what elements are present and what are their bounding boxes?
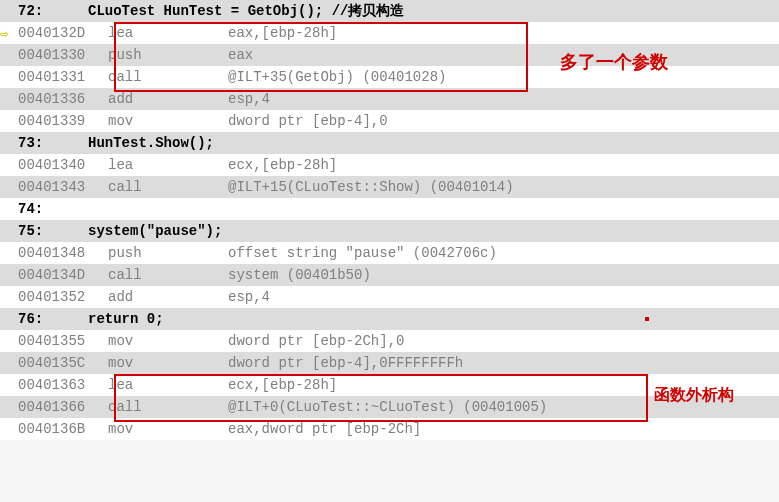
- operands: dword ptr [ebp-4],0FFFFFFFFh: [228, 355, 463, 371]
- asm-line: 0040135Cmovdword ptr [ebp-4],0FFFFFFFFh: [0, 352, 779, 374]
- mnemonic: call: [108, 267, 228, 283]
- asm-line: 00401336addesp,4: [0, 88, 779, 110]
- asm-line: 00401339movdword ptr [ebp-4],0: [0, 110, 779, 132]
- operands: eax: [228, 47, 253, 63]
- mnemonic: lea: [108, 377, 228, 393]
- annotation-text: 函数外析构: [654, 385, 734, 406]
- asm-line: 00401352addesp,4: [0, 286, 779, 308]
- asm-line: 0040136Bmoveax,dword ptr [ebp-2Ch]: [0, 418, 779, 440]
- mnemonic: call: [108, 69, 228, 85]
- marker-dot-icon: [645, 317, 649, 321]
- address: 00401355: [18, 333, 108, 349]
- source-line: 73:HunTest.Show();: [0, 132, 779, 154]
- address: 00401352: [18, 289, 108, 305]
- operands: eax,[ebp-28h]: [228, 25, 337, 41]
- source-line: 76:return 0;: [0, 308, 779, 330]
- mnemonic: call: [108, 179, 228, 195]
- address: 00401339: [18, 113, 108, 129]
- address: 00401366: [18, 399, 108, 415]
- operands: esp,4: [228, 289, 270, 305]
- operands: offset string "pause" (0042706c): [228, 245, 497, 261]
- mnemonic: add: [108, 91, 228, 107]
- source-code: return 0;: [88, 311, 164, 327]
- operands: esp,4: [228, 91, 270, 107]
- address: 00401363: [18, 377, 108, 393]
- mnemonic: add: [108, 289, 228, 305]
- mnemonic: mov: [108, 113, 228, 129]
- line-number: 72:: [18, 3, 88, 19]
- address: 0040136B: [18, 421, 108, 437]
- current-line-arrow-icon: ⇨: [0, 26, 8, 42]
- line-number: 73:: [18, 135, 88, 151]
- source-code: HunTest.Show();: [88, 135, 214, 151]
- source-line: 72:CLuoTest HunTest = GetObj(); //拷贝构造: [0, 0, 779, 22]
- address: 00401343: [18, 179, 108, 195]
- mnemonic: lea: [108, 25, 228, 41]
- operands: @ILT+0(CLuoTest::~CLuoTest) (00401005): [228, 399, 547, 415]
- asm-line: 00401348pushoffset string "pause" (00427…: [0, 242, 779, 264]
- mnemonic: push: [108, 245, 228, 261]
- line-number: 75:: [18, 223, 88, 239]
- mnemonic: mov: [108, 355, 228, 371]
- operands: dword ptr [ebp-2Ch],0: [228, 333, 404, 349]
- mnemonic: push: [108, 47, 228, 63]
- asm-line: 00401340leaecx,[ebp-28h]: [0, 154, 779, 176]
- mnemonic: lea: [108, 157, 228, 173]
- annotation-text: 多了一个参数: [560, 50, 668, 74]
- address: 00401348: [18, 245, 108, 261]
- address: 0040135C: [18, 355, 108, 371]
- source-code: system("pause");: [88, 223, 222, 239]
- source-code: CLuoTest HunTest = GetObj(); //拷贝构造: [88, 2, 404, 20]
- operands: system (00401b50): [228, 267, 371, 283]
- operands: @ILT+15(CLuoTest::Show) (00401014): [228, 179, 514, 195]
- asm-line: 00401343call@ILT+15(CLuoTest::Show) (004…: [0, 176, 779, 198]
- mnemonic: mov: [108, 421, 228, 437]
- address: 00401331: [18, 69, 108, 85]
- gutter: ⇨: [0, 25, 18, 42]
- address: 00401340: [18, 157, 108, 173]
- line-number: 74:: [18, 201, 88, 217]
- address: 00401330: [18, 47, 108, 63]
- source-line: 74:: [0, 198, 779, 220]
- operands: ecx,[ebp-28h]: [228, 157, 337, 173]
- operands: dword ptr [ebp-4],0: [228, 113, 388, 129]
- address: 0040134D: [18, 267, 108, 283]
- line-number: 76:: [18, 311, 88, 327]
- address: 0040132D: [18, 25, 108, 41]
- asm-line: 0040134Dcallsystem (00401b50): [0, 264, 779, 286]
- operands: ecx,[ebp-28h]: [228, 377, 337, 393]
- operands: @ILT+35(GetObj) (00401028): [228, 69, 446, 85]
- mnemonic: call: [108, 399, 228, 415]
- source-line: 75:system("pause");: [0, 220, 779, 242]
- asm-line: 00401355movdword ptr [ebp-2Ch],0: [0, 330, 779, 352]
- address: 00401336: [18, 91, 108, 107]
- mnemonic: mov: [108, 333, 228, 349]
- operands: eax,dword ptr [ebp-2Ch]: [228, 421, 421, 437]
- asm-line: ⇨0040132Dleaeax,[ebp-28h]: [0, 22, 779, 44]
